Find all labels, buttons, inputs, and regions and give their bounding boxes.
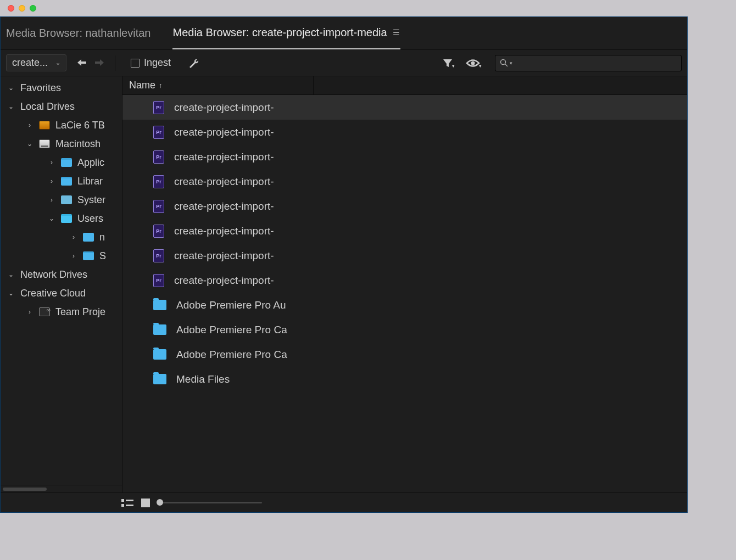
item-label: S bbox=[99, 250, 106, 262]
svg-rect-3 bbox=[121, 499, 124, 502]
toolbar: create... ⌄ Ingest ▾ ▾ bbox=[1, 50, 687, 76]
file-row[interactable]: Adobe Premiere Pro Au bbox=[122, 293, 687, 317]
tab-active-media-browser[interactable]: Media Browser: create-project-import-med… bbox=[172, 17, 400, 49]
chevron-down-icon: ⌄ bbox=[26, 140, 34, 148]
filter-funnel-icon[interactable]: ▾ bbox=[439, 58, 458, 69]
eye-icon[interactable]: ▾ bbox=[462, 58, 485, 69]
chevron-right-icon: › bbox=[26, 121, 34, 129]
item-label: n bbox=[99, 232, 105, 243]
minimize-window-button[interactable] bbox=[19, 5, 25, 12]
file-list: Pr create-project-import- Pr create-proj… bbox=[122, 95, 687, 492]
file-name: Adobe Premiere Pro Ca bbox=[176, 324, 287, 336]
file-row[interactable]: Adobe Premiere Pro Ca bbox=[122, 342, 687, 367]
sidebar-item-user-n[interactable]: › n bbox=[1, 228, 122, 247]
file-row[interactable]: Pr create-project-import- bbox=[122, 144, 687, 169]
chevron-right-icon: › bbox=[70, 252, 77, 260]
file-name: Media Files bbox=[176, 373, 230, 385]
premiere-project-icon: Pr bbox=[153, 274, 164, 287]
sidebar-group-local-drives[interactable]: ⌄ Local Drives bbox=[1, 97, 122, 116]
item-label: Librar bbox=[77, 176, 103, 187]
group-label: Network Drives bbox=[20, 269, 87, 281]
item-label: Users bbox=[77, 213, 103, 225]
sidebar-group-network-drives[interactable]: ⌄ Network Drives bbox=[1, 265, 122, 284]
chevron-right-icon: › bbox=[48, 177, 55, 185]
sidebar-item-user-s[interactable]: › S bbox=[1, 247, 122, 265]
file-row[interactable]: Adobe Premiere Pro Ca bbox=[122, 317, 687, 342]
item-label: Team Proje bbox=[55, 306, 105, 318]
sidebar-horizontal-scrollbar[interactable] bbox=[1, 485, 122, 492]
column-header-name[interactable]: Name ↑ bbox=[122, 76, 687, 95]
folder-icon bbox=[61, 195, 72, 204]
dropdown-label: create... bbox=[12, 57, 48, 69]
zoom-slider-handle[interactable] bbox=[157, 499, 163, 506]
file-row[interactable]: Media Files bbox=[122, 367, 687, 391]
tab-inactive-media-browser[interactable]: Media Browser: nathanlevitan bbox=[6, 17, 150, 49]
scrollbar-thumb[interactable] bbox=[3, 488, 47, 491]
file-name: create-project-import- bbox=[174, 176, 274, 188]
window: Media Browser: nathanlevitan Media Brows… bbox=[0, 0, 688, 513]
folder-icon bbox=[61, 214, 72, 223]
sidebar-item-library[interactable]: › Librar bbox=[1, 172, 122, 191]
drive-icon bbox=[39, 139, 50, 148]
sidebar-item-system[interactable]: › Syster bbox=[1, 191, 122, 209]
zoom-slider[interactable] bbox=[158, 502, 262, 503]
group-label: Local Drives bbox=[20, 101, 75, 113]
file-row[interactable]: Pr create-project-import- bbox=[122, 120, 687, 144]
settings-wrench-icon[interactable] bbox=[184, 57, 203, 69]
chevron-right-icon: › bbox=[48, 159, 55, 166]
maximize-window-button[interactable] bbox=[30, 5, 36, 12]
folder-icon bbox=[61, 158, 72, 167]
panel-body: ⌄ Favorites ⌄ Local Drives › LaCie 6 TB … bbox=[1, 76, 687, 492]
premiere-project-icon: Pr bbox=[153, 225, 164, 238]
sidebar-item-users[interactable]: ⌄ Users bbox=[1, 209, 122, 228]
file-row[interactable]: Pr create-project-import- bbox=[122, 219, 687, 243]
team-projects-icon bbox=[39, 307, 50, 316]
file-name: create-project-import- bbox=[174, 225, 274, 237]
file-name: Adobe Premiere Pro Ca bbox=[176, 349, 287, 361]
svg-rect-4 bbox=[126, 500, 133, 501]
chevron-down-icon: ⌄ bbox=[7, 103, 15, 110]
folder-icon bbox=[83, 251, 94, 260]
titlebar[interactable] bbox=[0, 0, 688, 16]
forward-button bbox=[92, 55, 107, 71]
search-input[interactable]: ▾ bbox=[495, 55, 682, 71]
svg-point-0 bbox=[471, 61, 475, 65]
ingest-checkbox[interactable] bbox=[131, 59, 140, 68]
file-row[interactable]: Pr create-project-import- bbox=[122, 95, 687, 120]
sidebar-group-favorites[interactable]: ⌄ Favorites bbox=[1, 79, 122, 97]
sidebar-item-applications[interactable]: › Applic bbox=[1, 153, 122, 172]
sidebar-item-lacie[interactable]: › LaCie 6 TB bbox=[1, 116, 122, 135]
file-row[interactable]: Pr create-project-import- bbox=[122, 194, 687, 219]
item-label: Syster bbox=[77, 194, 105, 206]
ingest-label: Ingest bbox=[144, 57, 171, 69]
file-row[interactable]: Pr create-project-import- bbox=[122, 169, 687, 194]
svg-point-1 bbox=[501, 59, 506, 64]
file-name: create-project-import- bbox=[174, 126, 274, 138]
svg-rect-7 bbox=[141, 499, 150, 507]
chevron-down-icon: ⌄ bbox=[55, 59, 60, 66]
thumbnail-view-button[interactable] bbox=[141, 499, 150, 507]
file-row[interactable]: Pr create-project-import- bbox=[122, 268, 687, 293]
tab-label: Media Browser: create-project-import-med… bbox=[172, 26, 387, 39]
bottom-bar bbox=[1, 492, 687, 512]
sidebar-item-macintosh[interactable]: ⌄ Macintosh bbox=[1, 135, 122, 153]
close-window-button[interactable] bbox=[8, 5, 14, 12]
main-area: Name ↑ Pr create-project-import- Pr crea… bbox=[122, 76, 687, 492]
search-dropdown-icon[interactable]: ▾ bbox=[510, 60, 512, 66]
premiere-project-icon: Pr bbox=[153, 200, 164, 213]
sidebar-item-team-projects[interactable]: › Team Proje bbox=[1, 303, 122, 321]
folder-icon bbox=[153, 349, 166, 360]
svg-rect-6 bbox=[126, 505, 133, 506]
panel-menu-icon[interactable]: ☰ bbox=[393, 32, 400, 33]
path-dropdown[interactable]: create... ⌄ bbox=[6, 54, 66, 71]
item-label: Macintosh bbox=[55, 138, 101, 150]
file-row[interactable]: Pr create-project-import- bbox=[122, 243, 687, 268]
premiere-project-icon: Pr bbox=[153, 249, 164, 262]
back-button[interactable] bbox=[74, 55, 90, 71]
sidebar-group-creative-cloud[interactable]: ⌄ Creative Cloud bbox=[1, 284, 122, 303]
list-view-button[interactable] bbox=[121, 499, 133, 507]
folder-icon bbox=[153, 324, 166, 335]
home-folder-icon bbox=[83, 233, 94, 242]
drive-icon bbox=[39, 121, 50, 130]
premiere-project-icon: Pr bbox=[153, 101, 164, 114]
